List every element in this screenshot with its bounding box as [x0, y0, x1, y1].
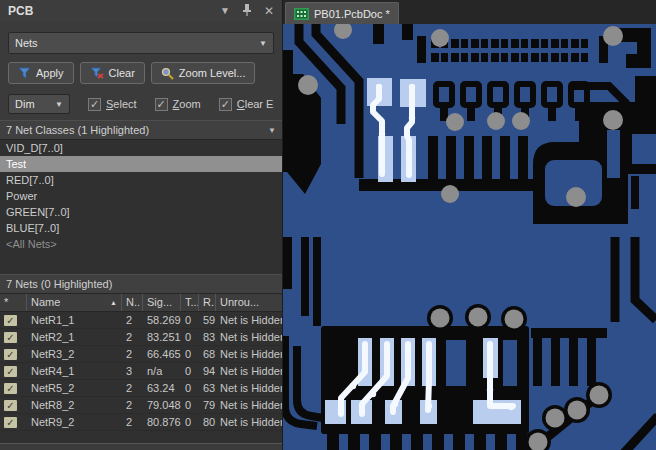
row-checkbox[interactable]: ✓: [3, 314, 18, 327]
net-signal: n/a: [143, 363, 181, 379]
nets-header[interactable]: 7 Nets (0 Highlighted): [0, 274, 282, 294]
net-routed: 79.: [199, 397, 216, 413]
chevron-down-icon: ▼: [259, 39, 267, 48]
apply-button[interactable]: Apply: [8, 62, 74, 84]
net-nodes: 2: [122, 312, 143, 328]
net-class-item[interactable]: RED[7..0]: [0, 172, 282, 188]
option-label: Clear Existing: [237, 98, 274, 110]
panel-toolbar: Apply Clear Zoom Level...: [8, 62, 274, 84]
close-icon[interactable]: ✕: [264, 6, 274, 16]
row-checkbox-cell: ✓: [0, 416, 27, 429]
net-class-item[interactable]: VID_D[7..0]: [0, 140, 282, 156]
panel-title: PCB: [8, 4, 208, 18]
net-signal: 66.465: [143, 346, 181, 362]
net-t: 0: [181, 312, 199, 328]
document-tab-title: PB01.PcbDoc *: [314, 8, 390, 20]
row-checkbox[interactable]: ✓: [3, 331, 18, 344]
chevron-down-icon: ▼: [55, 100, 63, 109]
table-row[interactable]: ✓NetR3_2266.465068.Net is Hidden: [0, 346, 282, 363]
zoom-level-button[interactable]: Zoom Level...: [151, 62, 256, 84]
net-nodes: 2: [122, 380, 143, 396]
row-checkbox-cell: ✓: [0, 365, 27, 378]
net-class-item[interactable]: <All Nets>: [0, 236, 282, 252]
table-row[interactable]: ✓NetR2_1283.251083.Net is Hidden: [0, 329, 282, 346]
net-signal: 80.876: [143, 414, 181, 430]
column-header-name[interactable]: Name▲: [27, 294, 122, 311]
option-row: Dim ▼ ✓Select✓Zoom✓Clear Existing: [8, 94, 274, 114]
panel-bottom-strip: [0, 443, 282, 450]
magnifier-icon: [161, 67, 174, 80]
net-unrouted: Net is Hidden: [216, 380, 282, 396]
pcb-doc-icon: [294, 8, 309, 20]
panel-dropdown-icon[interactable]: ▼: [220, 6, 230, 16]
clear-button[interactable]: Clear: [80, 62, 145, 84]
checkbox-icon[interactable]: ✓: [219, 98, 232, 111]
row-checkbox[interactable]: ✓: [3, 382, 18, 395]
net-nodes: 2: [122, 329, 143, 345]
net-name: NetR9_2: [27, 414, 122, 430]
net-nodes: 3: [122, 363, 143, 379]
net-t: 0: [181, 380, 199, 396]
net-name: NetR5_2: [27, 380, 122, 396]
nets-table-header: * Name▲ N.. Sig... T... R... Unrou...: [0, 294, 282, 312]
table-row[interactable]: ✓NetR4_13n/a094.Net is Hidden: [0, 363, 282, 380]
column-header-r[interactable]: R...: [199, 294, 216, 311]
net-t: 0: [181, 363, 199, 379]
net-class-item[interactable]: BLUE[7..0]: [0, 220, 282, 236]
row-checkbox[interactable]: ✓: [3, 416, 18, 429]
net-t: 0: [181, 397, 199, 413]
net-name: NetR8_2: [27, 397, 122, 413]
column-header-nodes[interactable]: N..: [122, 294, 143, 311]
panel-header: PCB ▼ ✕: [0, 0, 282, 22]
funnel-clear-icon: [90, 67, 104, 79]
column-header-t[interactable]: T...: [181, 294, 199, 311]
panel-mode-value: Nets: [15, 37, 38, 49]
net-unrouted: Net is Hidden: [216, 346, 282, 362]
column-header-signal[interactable]: Sig...: [143, 294, 181, 311]
sort-asc-icon: ▲: [110, 294, 117, 311]
checkbox-icon[interactable]: ✓: [155, 98, 168, 111]
net-name: NetR4_1: [27, 363, 122, 379]
row-checkbox-cell: ✓: [0, 314, 27, 327]
net-class-list-empty: [0, 252, 282, 274]
net-class-item[interactable]: Test: [0, 156, 282, 172]
row-checkbox[interactable]: ✓: [3, 365, 18, 378]
document-tab-bar: PB01.PcbDoc *: [283, 0, 656, 24]
net-nodes: 2: [122, 414, 143, 430]
net-class-item[interactable]: Power: [0, 188, 282, 204]
net-class-list: VID_D[7..0]TestRED[7..0]PowerGREEN[7..0]…: [0, 140, 282, 252]
net-unrouted: Net is Hidden: [216, 414, 282, 430]
column-header-star[interactable]: *: [0, 294, 27, 311]
net-class-item[interactable]: GREEN[7..0]: [0, 204, 282, 220]
pcb-editor-view[interactable]: [283, 24, 656, 450]
altium-window: PCB ▼ ✕ Nets ▼ Apply Clear Zoom Level...: [0, 0, 656, 450]
dim-select[interactable]: Dim ▼: [8, 94, 70, 114]
row-checkbox[interactable]: ✓: [3, 399, 18, 412]
document-tab[interactable]: PB01.PcbDoc *: [285, 2, 399, 24]
option-zoom[interactable]: ✓Zoom: [155, 98, 201, 111]
net-nodes: 2: [122, 346, 143, 362]
table-row[interactable]: ✓NetR5_2263.24063.Net is Hidden: [0, 380, 282, 397]
net-signal: 58.269: [143, 312, 181, 328]
row-checkbox[interactable]: ✓: [3, 348, 18, 361]
net-routed: 63.: [199, 380, 216, 396]
net-nodes: 2: [122, 397, 143, 413]
row-checkbox-cell: ✓: [0, 348, 27, 361]
net-signal: 83.251: [143, 329, 181, 345]
pin-icon[interactable]: [242, 4, 252, 18]
table-row[interactable]: ✓NetR8_2279.048079.Net is Hidden: [0, 397, 282, 414]
column-header-unrouted[interactable]: Unrou...: [216, 294, 282, 311]
table-row[interactable]: ✓NetR9_2280.876080.Net is Hidden: [0, 414, 282, 431]
checkbox-icon[interactable]: ✓: [88, 98, 101, 111]
net-name: NetR3_2: [27, 346, 122, 362]
funnel-icon: [18, 67, 31, 79]
pcb-canvas[interactable]: [283, 24, 656, 450]
option-clear-existing[interactable]: ✓Clear Existing: [219, 98, 274, 111]
table-row[interactable]: ✓NetR1_1258.269059Net is Hidden: [0, 312, 282, 329]
option-select[interactable]: ✓Select: [88, 98, 137, 111]
net-name: NetR1_1: [27, 312, 122, 328]
panel-mode-select[interactable]: Nets ▼: [8, 32, 274, 54]
chevron-down-icon: ▼: [268, 126, 276, 135]
net-classes-header[interactable]: 7 Net Classes (1 Highlighted) ▼: [0, 120, 282, 140]
net-routed: 68.: [199, 346, 216, 362]
